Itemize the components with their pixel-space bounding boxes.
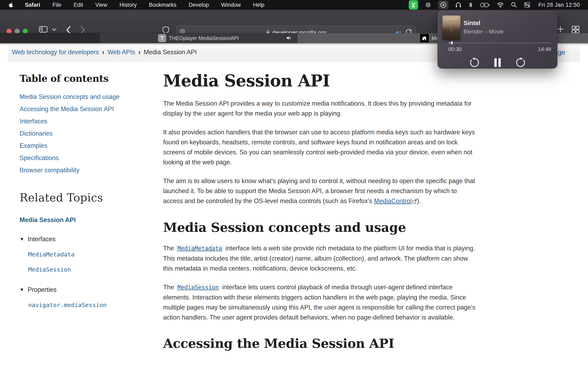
album-artwork: SINTEL [442, 16, 460, 40]
skip-back-button[interactable] [469, 57, 481, 68]
toc-link-interfaces[interactable]: Interfaces [20, 118, 156, 125]
spotlight-status[interactable] [507, 0, 520, 10]
flux-status[interactable] [422, 0, 435, 10]
tree-group-interfaces[interactable]: ▼ Interfaces [20, 235, 156, 243]
elapsed-time: 00:30 [448, 46, 462, 52]
breadcrumb-web-apis[interactable]: Web APIs [107, 49, 135, 56]
paragraph: It also provides action handlers that th… [163, 127, 476, 167]
battery-status[interactable] [477, 0, 493, 10]
tree-item-mediasession[interactable]: MediaSession [28, 266, 156, 273]
mediametadata-code-link[interactable]: MediaMetadata [176, 245, 224, 252]
menu-view[interactable]: View [89, 0, 113, 10]
headphones-icon [455, 2, 461, 8]
now-playing-status[interactable] [435, 0, 452, 10]
section-heading-concepts: Media Session concepts and usage [163, 221, 476, 234]
screen-share-icon [409, 0, 418, 9]
related-topics-title: Related Topics [20, 191, 156, 204]
now-playing-popup: SINTEL Sintel Blender – Movie 00:30 14:4… [438, 10, 557, 68]
breadcrumb: Web technology for developers › Web APIs… [12, 43, 197, 61]
paragraph-text: The [163, 245, 176, 252]
wifi-status[interactable] [493, 0, 507, 10]
artwork-title-text: SINTEL [442, 17, 460, 21]
toc-link-specifications[interactable]: Specifications [20, 155, 156, 161]
tree-group-properties[interactable]: ▼ Properties [20, 286, 156, 293]
tree-group-label: Interfaces [28, 235, 56, 243]
progress-rail [448, 42, 551, 43]
now-playing-icon [438, 1, 448, 9]
bluetooth-icon [468, 2, 473, 8]
paragraph: The aim is to allow users to know what's… [163, 176, 476, 206]
menu-file[interactable]: File [46, 0, 68, 10]
artwork-emblem [450, 28, 453, 31]
toc-link-browser-compat[interactable]: Browser compatibility [20, 167, 156, 174]
sidebar-toggle-button[interactable] [39, 26, 48, 33]
macos-menu-bar: Safari File Edit View History Bookmarks … [0, 0, 588, 10]
article-title: Media Session API [163, 72, 476, 90]
menu-window[interactable]: Window [215, 0, 247, 10]
web-page: Web technology for developers › Web APIs… [0, 43, 588, 367]
tree-group-label: Properties [28, 286, 57, 293]
toc-link-examples[interactable]: Examples [20, 142, 156, 149]
external-link-icon [412, 196, 417, 206]
tab-audio-icon[interactable] [286, 35, 292, 42]
tab-label: THEOplayer MediaSessionAPI [169, 35, 239, 41]
mediasession-code-link[interactable]: MediaSession [176, 284, 220, 291]
menu-bar-clock[interactable]: Fri 28 Jan 12:50 [534, 2, 588, 8]
tab-overview-button[interactable] [572, 26, 579, 33]
apple-menu[interactable] [0, 2, 21, 8]
paragraph-text: ). [417, 197, 421, 205]
headphones-status[interactable] [452, 0, 465, 10]
paragraph: The MediaMetadata interface lets a web s… [163, 243, 476, 273]
mdn-favicon [420, 34, 429, 42]
pause-button[interactable] [492, 57, 503, 68]
mediacontrol-link[interactable]: MediaControl [374, 197, 412, 205]
triangle-down-icon: ▼ [20, 287, 24, 292]
related-current-doc-link[interactable]: Media Session API [20, 216, 156, 224]
new-tab-button[interactable] [557, 26, 564, 33]
now-playing-title: Sintel [464, 20, 480, 26]
menu-edit[interactable]: Edit [68, 0, 89, 10]
toc-link-accessing[interactable]: Accessing the Media Session API [20, 106, 156, 113]
menu-safari[interactable]: Safari [21, 0, 46, 10]
total-duration: 14:48 [538, 46, 551, 52]
apple-icon [8, 2, 13, 8]
triangle-down-icon: ▼ [20, 236, 24, 242]
theoplayer-favicon: T [158, 34, 166, 42]
paragraph-text: The [163, 284, 176, 291]
control-center-status[interactable] [520, 0, 534, 10]
toc-title: Table of contents [20, 73, 156, 84]
breadcrumb-separator-icon: › [138, 48, 140, 56]
paragraph: The MediaSession interface lets users co… [163, 282, 476, 322]
flux-icon [425, 2, 431, 8]
spotlight-icon [511, 2, 517, 8]
tree-item-mediametadata[interactable]: MediaMetadata [28, 251, 156, 258]
battery-charging-icon [480, 2, 490, 8]
control-center-icon [524, 2, 530, 8]
toc-link-concepts[interactable]: Media Session concepts and usage [20, 93, 156, 100]
playback-controls [438, 57, 557, 68]
tree-item-navigator-mediasession[interactable]: navigator.mediaSession [28, 301, 156, 309]
sidebar-chevron-button[interactable] [52, 28, 56, 31]
paragraph-text: The aim is to allow users to know what's… [163, 177, 475, 205]
skip-forward-button[interactable] [514, 57, 526, 68]
breadcrumb-web-technology[interactable]: Web technology for developers [12, 49, 99, 56]
toc-link-dictionaries[interactable]: Dictionaries [20, 130, 156, 137]
document-sidebar: Table of contents Media Session concepts… [20, 73, 156, 309]
tab-theoplayer[interactable]: T THEOplayer MediaSessionAPI [100, 33, 297, 43]
section-heading-accessing: Accessing the Media Session API [163, 337, 476, 350]
bluetooth-status[interactable] [465, 0, 477, 10]
menu-bookmarks[interactable]: Bookmarks [143, 0, 182, 10]
breadcrumb-separator-icon: › [102, 48, 104, 56]
breadcrumb-current: Media Session API [144, 49, 197, 56]
screen-share-status[interactable] [405, 0, 422, 10]
now-playing-subtitle: Blender – Movie [464, 29, 503, 35]
now-playing-progress-bar[interactable] [448, 41, 551, 44]
article-content: Media Session API The Media Session API … [163, 72, 476, 350]
menu-history[interactable]: History [113, 0, 143, 10]
wifi-icon [497, 2, 504, 8]
menu-help[interactable]: Help [247, 0, 270, 10]
progress-knob[interactable] [451, 41, 453, 44]
menu-develop[interactable]: Develop [182, 0, 215, 10]
paragraph: The Media Session API provides a way to … [163, 99, 476, 118]
